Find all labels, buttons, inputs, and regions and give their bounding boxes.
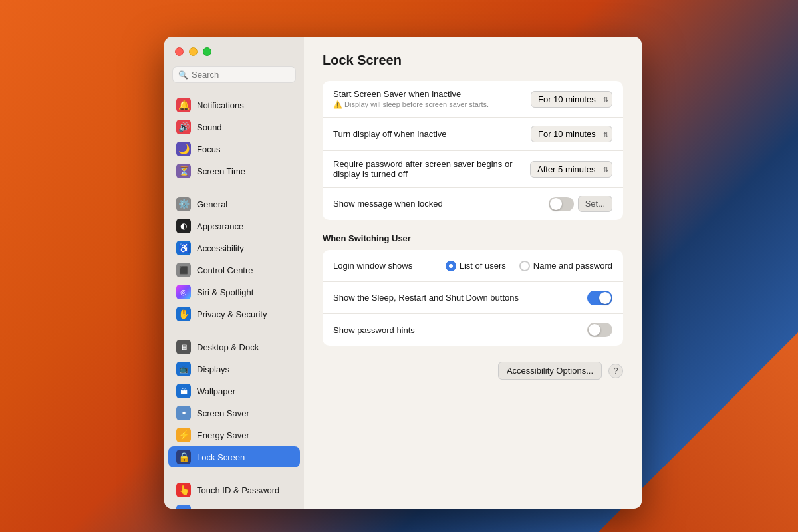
sidebar-item-label: General: [197, 200, 227, 209]
login-label: Login window shows: [333, 261, 446, 271]
sidebar-item-label: Appearance: [197, 221, 243, 231]
password-stepper[interactable]: After 5 minutes: [530, 161, 612, 178]
sidebar-item-appearance[interactable]: ◐ Appearance: [168, 215, 300, 237]
settings-section-1: Start Screen Saver when inactive ⚠️ Disp…: [323, 81, 623, 220]
password-label: Require password after screen saver begi…: [333, 159, 530, 179]
sleep-toggle[interactable]: [587, 291, 612, 305]
siri-icon: ◎: [176, 285, 191, 299]
search-input[interactable]: [192, 70, 290, 80]
sidebar-item-screentime[interactable]: ⏳ Screen Time: [168, 160, 300, 182]
message-toggle[interactable]: [549, 197, 574, 211]
sidebar-item-wallpaper[interactable]: 🏔 Wallpaper: [168, 380, 300, 402]
sidebar-item-accessibility[interactable]: ♿ Accessibility: [168, 237, 300, 259]
hints-label: Show password hints: [333, 325, 587, 335]
sidebar-group-3: 🖥 Desktop & Dock 📺 Displays 🏔 Wallpaper …: [164, 336, 304, 468]
sidebar-item-label: Notifications: [197, 100, 244, 110]
screensaver-label: Start Screen Saver when inactive: [333, 89, 531, 99]
sidebar-item-label: Screen Time: [197, 166, 245, 176]
settings-row-sleep: Show the Sleep, Restart and Shut Down bu…: [323, 282, 623, 314]
maximize-button[interactable]: [203, 47, 211, 56]
accessibility-options-button[interactable]: Accessibility Options...: [498, 362, 602, 380]
sidebar-item-screensaver[interactable]: ✦ Screen Saver: [168, 402, 300, 424]
settings-row-display: Turn display off when inactive For 10 mi…: [323, 118, 623, 151]
sidebar-item-privacy[interactable]: ✋ Privacy & Security: [168, 303, 300, 325]
screensaver-stepper-wrapper: For 10 minutes: [531, 91, 612, 108]
sidebar-item-siri[interactable]: ◎ Siri & Spotlight: [168, 281, 300, 303]
sidebar-item-label: Accessibility: [197, 243, 244, 253]
search-icon: 🔍: [178, 70, 188, 80]
hints-toggle-knob: [589, 324, 600, 336]
close-button[interactable]: [175, 47, 184, 56]
privacy-icon: ✋: [176, 307, 191, 321]
hints-toggle[interactable]: [587, 323, 612, 337]
radio-label-name: Name and password: [533, 261, 612, 271]
sidebar-item-lockscreen[interactable]: 🔒 Lock Screen: [168, 446, 300, 467]
wallpaper-icon: 🏔: [176, 384, 191, 398]
controlcentre-icon: ⬛: [176, 263, 191, 277]
page-title: Lock Screen: [323, 53, 623, 68]
sidebar-item-users[interactable]: 👥 Users & Groups: [168, 501, 300, 509]
settings-row-password: Require password after screen saver begi…: [323, 151, 623, 188]
sidebar-item-sound[interactable]: 🔊 Sound: [168, 116, 300, 138]
traffic-lights: [175, 47, 211, 56]
sidebar-item-label: Screen Saver: [197, 408, 249, 418]
screensaver-sublabel: ⚠️ Display will sleep before screen save…: [333, 100, 531, 109]
radio-circle-name: [519, 261, 530, 271]
appearance-icon: ◐: [176, 219, 191, 233]
desktop-icon: 🖥: [176, 340, 191, 354]
sidebar-item-notifications[interactable]: 🔔 Notifications: [168, 94, 300, 116]
sidebar-item-displays[interactable]: 📺 Displays: [168, 358, 300, 380]
sidebar-item-controlcentre[interactable]: ⬛ Control Centre: [168, 259, 300, 281]
display-stepper[interactable]: For 10 minutes: [531, 126, 612, 142]
sidebar-item-desktop[interactable]: 🖥 Desktop & Dock: [168, 336, 300, 358]
screensaver-stepper[interactable]: For 10 minutes: [531, 91, 612, 108]
display-label: Turn display off when inactive: [333, 129, 531, 139]
sidebar-item-label: Touch ID & Password: [197, 485, 279, 495]
accessibility-icon: ♿: [176, 241, 191, 255]
notifications-icon: 🔔: [176, 98, 191, 112]
password-control: After 5 minutes: [530, 161, 612, 178]
energy-icon: ⚡: [176, 428, 191, 442]
displays-icon: 📺: [176, 362, 191, 376]
sidebar-item-label: Displays: [197, 364, 229, 374]
general-icon: ⚙️: [176, 197, 191, 211]
message-control: Set...: [549, 196, 612, 212]
sidebar-item-general[interactable]: ⚙️ General: [168, 194, 300, 215]
sidebar-group-2: ⚙️ General ◐ Appearance ♿ Accessibility …: [164, 193, 304, 325]
sidebar-item-label: Lock Screen: [197, 452, 245, 462]
help-button[interactable]: ?: [608, 364, 623, 378]
sidebar-item-label: Wallpaper: [197, 386, 235, 396]
sleep-toggle-knob: [599, 292, 611, 304]
radio-list-users[interactable]: List of users: [446, 261, 506, 271]
radio-label-list: List of users: [460, 261, 506, 271]
settings-row-hints: Show password hints: [323, 314, 623, 346]
sound-icon: 🔊: [176, 120, 191, 134]
sidebar-item-label: Users & Groups: [197, 507, 258, 509]
sidebar-item-touchid[interactable]: 👆 Touch ID & Password: [168, 479, 300, 501]
sidebar-item-focus[interactable]: 🌙 Focus: [168, 138, 300, 160]
hints-control: [587, 323, 612, 337]
section2-container: When Switching User Login window shows: [323, 231, 623, 380]
sidebar-group-4: 👆 Touch ID & Password 👥 Users & Groups: [164, 479, 304, 509]
search-box[interactable]: 🔍: [172, 66, 296, 83]
sidebar-item-label: Sound: [197, 122, 222, 132]
message-label: Show message when locked: [333, 199, 549, 209]
minimize-button[interactable]: [189, 47, 198, 56]
screentime-icon: ⏳: [176, 164, 191, 178]
focus-icon: 🌙: [176, 142, 191, 156]
password-stepper-wrapper: After 5 minutes: [530, 161, 612, 178]
main-content: Lock Screen Start Screen Saver when inac…: [304, 37, 642, 509]
set-button[interactable]: Set...: [578, 196, 612, 212]
sidebar-group-1: 🔔 Notifications 🔊 Sound 🌙 Focus ⏳ Screen…: [164, 94, 304, 182]
users-icon: 👥: [176, 505, 191, 509]
sidebar: 🔍 🔔 Notifications 🔊 Sound 🌙 Focus ⏳ Scre…: [164, 37, 304, 509]
login-control: List of users Name and password: [446, 261, 612, 271]
sidebar-item-energy[interactable]: ⚡ Energy Saver: [168, 424, 300, 446]
radio-circle-list: [446, 261, 456, 271]
sidebar-item-label: Focus: [197, 144, 220, 154]
settings-row-login: Login window shows List of users: [323, 250, 623, 282]
settings-row-message: Show message when locked Set...: [323, 188, 623, 220]
radio-name-password[interactable]: Name and password: [519, 261, 612, 271]
settings-row-screensaver: Start Screen Saver when inactive ⚠️ Disp…: [323, 81, 623, 118]
radio-group: List of users Name and password: [446, 261, 612, 271]
